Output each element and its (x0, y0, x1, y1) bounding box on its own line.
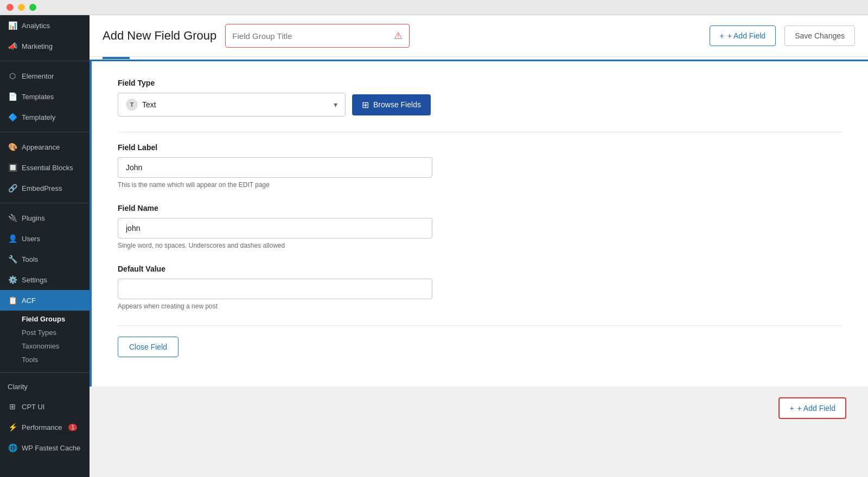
sidebar-item-settings[interactable]: ⚙️ Settings (0, 269, 90, 290)
sidebar-sub-tools[interactable]: Tools (22, 353, 90, 366)
sidebar-item-elementor[interactable]: ⬡ Elementor (0, 66, 90, 86)
topbar: Add New Field Group ⚠ + + Add Field Save… (90, 15, 868, 57)
default-value-hint: Appears when creating a new post (118, 302, 842, 310)
close-field-label: Close Field (129, 343, 167, 351)
field-label-label: Field Label (118, 143, 842, 152)
window-chrome (0, 0, 868, 15)
sidebar-sub-post-types[interactable]: Post Types (22, 326, 90, 339)
add-field-top-button[interactable]: + + Add Field (710, 25, 776, 46)
sidebar-item-acf[interactable]: 📋 ACF (0, 290, 90, 311)
browse-fields-icon: ⊞ (362, 100, 369, 110)
sidebar-item-label: Templately (22, 113, 55, 121)
acf-icon: 📋 (8, 295, 17, 305)
text-type-icon: T (126, 99, 138, 111)
browse-fields-button[interactable]: ⊞ Browse Fields (352, 94, 431, 115)
sidebar-item-users[interactable]: 👤 Users (0, 228, 90, 249)
sidebar-item-appearance[interactable]: 🎨 Appearance (0, 137, 90, 157)
tools-icon: 🔧 (8, 254, 17, 264)
maximize-button[interactable] (29, 4, 36, 11)
warning-icon: ⚠ (394, 30, 403, 42)
sidebar-item-performance[interactable]: ⚡ Performance 1 (0, 417, 90, 437)
default-value-label: Default Value (118, 265, 842, 273)
field-label-input[interactable] (118, 157, 432, 178)
field-type-label: Field Type (118, 79, 842, 87)
sidebar-item-wp-fastest-cache[interactable]: 🌐 WP Fastest Cache (0, 437, 90, 458)
sidebar-item-analytics[interactable]: 📊 Analytics (0, 15, 90, 36)
sidebar-divider-4 (0, 372, 90, 373)
field-type-row: T Text ▾ ⊞ Browse Fields (118, 93, 842, 117)
field-type-section: Field Type T Text ▾ ⊞ Browse Fields (118, 79, 842, 117)
settings-icon: ⚙️ (8, 275, 17, 285)
sidebar-divider-3 (0, 203, 90, 203)
field-name-label: Field Name (118, 204, 842, 212)
default-value-section: Default Value Appears when creating a ne… (118, 265, 842, 310)
save-changes-button[interactable]: Save Changes (784, 25, 855, 46)
save-changes-label: Save Changes (795, 31, 845, 40)
field-group-title-input[interactable] (232, 31, 390, 41)
appearance-icon: 🎨 (8, 142, 17, 152)
close-field-button[interactable]: Close Field (118, 337, 178, 357)
add-field-bottom-icon: + (789, 404, 794, 412)
sidebar-item-label: EmbedPress (22, 184, 62, 192)
sidebar-item-label: Settings (22, 276, 47, 284)
sidebar-divider-2 (0, 132, 90, 132)
wp-fastest-cache-icon: 🌐 (8, 443, 17, 453)
sidebar-item-cpt-ui[interactable]: ⊞ CPT UI (0, 396, 90, 417)
cpt-ui-icon: ⊞ (8, 402, 17, 411)
sidebar-item-label: Marketing (22, 42, 53, 50)
sidebar-item-templately[interactable]: 🔷 Templately (0, 107, 90, 127)
plugins-icon: 🔌 (8, 213, 17, 223)
performance-badge: 1 (68, 424, 77, 431)
sidebar-item-label: WP Fastest Cache (22, 444, 80, 452)
elementor-icon: ⬡ (8, 71, 17, 81)
sidebar-item-clarity[interactable]: Clarity (0, 377, 90, 396)
sidebar-item-label: Analytics (22, 22, 50, 30)
minimize-button[interactable] (18, 4, 25, 11)
add-field-top-label: + Add Field (727, 31, 765, 40)
field-panel-inner: Field Type T Text ▾ ⊞ Browse Fields (92, 61, 868, 386)
field-name-input[interactable] (118, 218, 432, 238)
bottom-bar: + + Add Field (90, 386, 868, 430)
field-type-select[interactable]: T Text ▾ (118, 93, 346, 117)
sidebar-item-label: Clarity (8, 383, 28, 391)
add-field-top-icon: + (720, 31, 724, 40)
sidebar-item-marketing[interactable]: 📣 Marketing (0, 36, 90, 56)
accent-bar (103, 57, 130, 59)
sidebar-item-tools[interactable]: 🔧 Tools (0, 249, 90, 269)
chevron-down-icon: ▾ (334, 100, 337, 109)
sidebar-item-label: Users (22, 235, 40, 243)
acf-submenu: Field Groups Post Types Taxonomies Tools (0, 311, 90, 368)
sidebar-item-label: Appearance (22, 143, 60, 151)
browse-fields-label: Browse Fields (373, 100, 421, 109)
essential-blocks-icon: 🔲 (8, 163, 17, 172)
sidebar-item-essential-blocks[interactable]: 🔲 Essential Blocks (0, 157, 90, 178)
sidebar-item-label: Elementor (22, 72, 54, 80)
default-value-input[interactable] (118, 279, 432, 299)
users-icon: 👤 (8, 234, 17, 243)
sidebar-item-label: Tools (22, 255, 38, 263)
page-title: Add New Field Group (103, 29, 216, 43)
field-label-hint: This is the name which will appear on th… (118, 181, 842, 189)
sidebar-item-label: Essential Blocks (22, 164, 73, 172)
sidebar-item-embedpress[interactable]: 🔗 EmbedPress (0, 178, 90, 198)
templates-icon: 📄 (8, 92, 17, 101)
field-group-title-wrapper: ⚠ (225, 24, 410, 48)
sidebar: 📊 Analytics 📣 Marketing ⬡ Elementor 📄 Te… (0, 0, 90, 477)
embedpress-icon: 🔗 (8, 183, 17, 193)
field-name-hint: Single word, no spaces. Underscores and … (118, 242, 842, 249)
sidebar-item-label: Performance (22, 423, 62, 431)
field-label-section: Field Label This is the name which will … (118, 143, 842, 189)
add-field-bottom-button[interactable]: + + Add Field (778, 397, 846, 419)
main-content: Add New Field Group ⚠ + + Add Field Save… (90, 15, 868, 477)
field-type-value: Text (142, 100, 156, 109)
section-divider-1 (118, 132, 842, 132)
sidebar-item-label: ACF (22, 296, 36, 305)
close-button[interactable] (7, 4, 14, 11)
section-divider-2 (118, 325, 842, 326)
sidebar-item-plugins[interactable]: 🔌 Plugins (0, 208, 90, 228)
sidebar-sub-field-groups[interactable]: Field Groups (22, 312, 90, 326)
templately-icon: 🔷 (8, 112, 17, 122)
sidebar-sub-taxonomies[interactable]: Taxonomies (22, 339, 90, 353)
sidebar-item-label: CPT UI (22, 403, 44, 411)
sidebar-item-templates[interactable]: 📄 Templates (0, 86, 90, 107)
